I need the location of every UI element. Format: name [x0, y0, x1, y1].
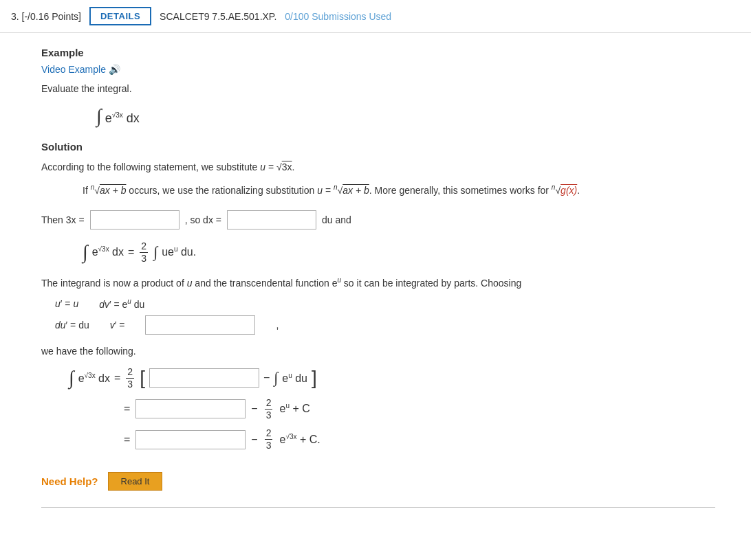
course-code: SCALCET9 7.5.AE.501.XP. — [160, 11, 276, 22]
input-final[interactable] — [135, 430, 246, 449]
main-integral-row: ∫ e√3x dx = 2 3 ∫ ueu du. — [83, 240, 715, 265]
instruction-text: Evaluate the integral. — [41, 83, 715, 94]
need-help-section: Need Help? Read It — [41, 472, 715, 491]
v-prime-label: v′ = — [110, 320, 125, 331]
close-bracket: ] — [312, 367, 317, 389]
main-content: Example Video Example 🔊 Evaluate the int… — [0, 33, 743, 528]
so-dx-label: , so dx = — [185, 214, 221, 225]
comma: , — [276, 320, 279, 331]
input-v-prime[interactable] — [145, 315, 255, 335]
example-title: Example — [41, 47, 715, 58]
minus-fraction-eu: − — [251, 403, 257, 415]
header-bar: 3. [-/0.16 Points] DETAILS SCALCET9 7.5.… — [0, 0, 751, 33]
integral-sym-1: ∫ — [83, 241, 88, 263]
solution-text: According to the following statement, we… — [41, 159, 715, 175]
choosing-row: u′ = u dv′ = eu du — [55, 298, 715, 310]
submissions-label: 0/100 Submissions Used — [285, 11, 391, 22]
fraction-2-3: 2 3 — [140, 240, 148, 265]
e-sqrt3x: e√3x dx — [92, 245, 124, 258]
integral-big-1: ∫ — [69, 367, 74, 389]
dv-prime-eq: dv′ = eu du — [99, 298, 144, 310]
equals-row-2: = − 2 3 eu + C — [124, 397, 715, 421]
equals-1: = — [128, 246, 134, 258]
input-bracket[interactable] — [149, 368, 259, 388]
info-box: If n√ax + b occurs, we use the rationali… — [83, 181, 674, 199]
need-help-label: Need Help? — [41, 475, 98, 487]
fraction-2-3-d: 2 3 — [265, 427, 273, 451]
e-sqrt3x-final: e√3x + C. — [279, 433, 320, 446]
integral-display: ∫ e√3x dx — [96, 105, 715, 127]
read-it-button[interactable]: Read It — [108, 472, 163, 491]
then-row: Then 3x = , so dx = du and — [41, 210, 715, 229]
input-dx[interactable] — [227, 210, 316, 229]
open-bracket: [ — [140, 367, 145, 389]
integrand: e√3x dx — [105, 111, 140, 125]
integral-sym-2: ∫ — [153, 243, 157, 261]
du-prime-eq: du′ = du — [55, 320, 89, 331]
minus-integral: − — [263, 372, 270, 384]
eu-du-inner: eu du — [282, 372, 307, 385]
final-row: = − 2 3 e√3x + C. — [124, 427, 715, 451]
sound-icon: 🔊 — [109, 64, 120, 75]
eu-c: eu + C — [279, 402, 309, 415]
exponent-sqrt3x: √3x — [112, 111, 123, 119]
details-button[interactable]: DETAILS — [89, 7, 151, 25]
u-prime-eq: u′ = u — [55, 298, 78, 309]
integral-symbol: ∫ — [96, 105, 102, 126]
minus-fraction-esqrt: − — [251, 434, 257, 446]
video-link[interactable]: Video Example 🔊 — [41, 64, 120, 75]
input-step2[interactable] — [135, 399, 246, 418]
e-sqrt3x-big: e√3x dx — [78, 372, 110, 385]
sqrt-3x: √3x — [276, 161, 292, 172]
points-label: 3. [-/0.16 Points] — [11, 11, 81, 22]
integration-text: The integrand is now a product of u and … — [41, 275, 715, 291]
nth-root-symbol: n — [91, 183, 95, 191]
fraction-2-3-b: 2 3 — [126, 366, 134, 390]
fraction-2-3-c: 2 3 — [265, 397, 273, 421]
du-row: du′ = du v′ = , — [55, 315, 715, 335]
integral-inner: ∫ — [274, 369, 278, 387]
du-and-label: du and — [322, 214, 351, 225]
we-have-text: we have the following. — [41, 346, 715, 357]
ue-u-du: ueu du. — [162, 245, 196, 258]
equals-3: = — [124, 434, 130, 446]
solution-title: Solution — [41, 141, 715, 153]
input-3x[interactable] — [90, 210, 179, 229]
equals-2: = — [124, 403, 130, 415]
bottom-border — [41, 507, 715, 508]
then-label: Then 3x = — [41, 214, 85, 225]
equals-big: = — [114, 372, 120, 384]
big-integral-row: ∫ e√3x dx = 2 3 [ − ∫ eu du ] — [69, 366, 715, 390]
video-link-text: Video Example — [41, 64, 106, 75]
